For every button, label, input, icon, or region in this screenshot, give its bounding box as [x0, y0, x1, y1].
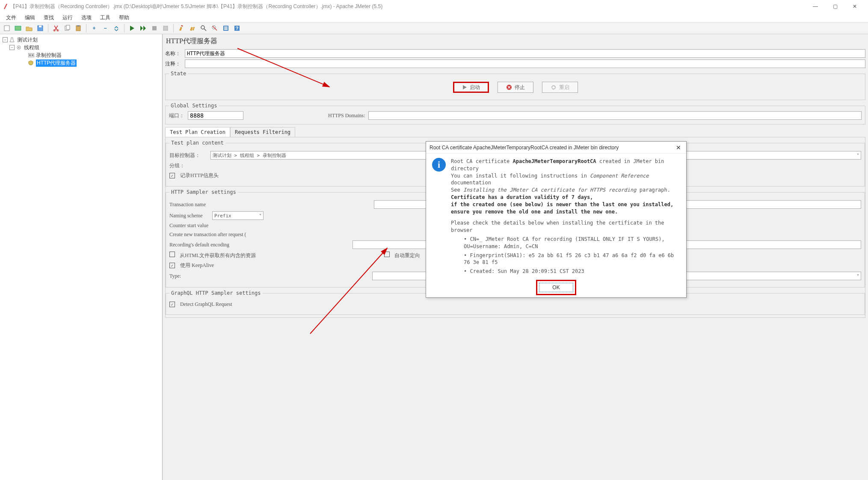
tree-node-http-proxy[interactable]: HTTP代理服务器	[1, 59, 161, 67]
name-input[interactable]	[185, 49, 865, 58]
clear-all-icon[interactable]	[187, 24, 198, 33]
help-icon[interactable]: ?	[232, 24, 242, 33]
transaction-name-label: Transaction name	[169, 201, 225, 208]
graphql-legend: GraphQL HTTP Sampler settings	[169, 290, 263, 296]
root-ca-dialog: Root CA certificate ApacheJMeterTemporar…	[426, 141, 687, 298]
stop-button[interactable]: 停止	[498, 82, 533, 93]
collapse-toggle-icon[interactable]: −	[3, 37, 8, 42]
info-icon: i	[432, 158, 446, 172]
counter-start-label: Counter start value	[169, 222, 208, 229]
svg-rect-10	[152, 26, 157, 30]
svg-rect-17	[224, 29, 228, 30]
chevron-down-icon: ˅	[259, 213, 261, 218]
app-feather-icon	[3, 3, 8, 10]
menu-edit[interactable]: 编辑	[21, 13, 39, 22]
toolbar: + − ?	[0, 22, 868, 34]
chevron-down-icon: ˅	[857, 274, 859, 279]
beaker-icon	[9, 37, 15, 42]
keepalive-label: 使用 KeepAlive	[180, 262, 214, 269]
restart-button[interactable]: 重启	[542, 82, 578, 93]
cut-icon[interactable]	[51, 24, 61, 33]
record-headers-label: 记录HTTP信息头	[180, 172, 219, 179]
menu-file[interactable]: 文件	[3, 13, 20, 22]
maximize-button[interactable]: ▢	[825, 0, 845, 13]
menu-tools[interactable]: 工具	[97, 13, 114, 22]
naming-scheme-combo[interactable]: Prefix ˅	[212, 211, 264, 220]
svg-rect-1	[15, 26, 21, 30]
detect-graphql-checkbox[interactable]: ✓	[169, 302, 175, 307]
clear-icon[interactable]	[176, 24, 187, 33]
target-controller-label: 目标控制器：	[169, 152, 207, 159]
name-label: 名称：	[165, 50, 185, 57]
stop-icon[interactable]	[149, 24, 160, 33]
search-tree-icon[interactable]	[198, 24, 209, 33]
retrieve-resources-checkbox[interactable]	[169, 252, 175, 257]
svg-rect-0	[4, 26, 9, 31]
keepalive-checkbox[interactable]: ✓	[169, 263, 175, 268]
new-icon[interactable]	[2, 24, 12, 33]
menu-options[interactable]: 选项	[78, 13, 95, 22]
minimize-button[interactable]: —	[806, 0, 825, 13]
svg-rect-16	[224, 28, 228, 29]
menu-help[interactable]: 帮助	[116, 13, 133, 22]
tabs: Test Plan Creation Requests Filtering	[165, 127, 865, 137]
tab-test-plan-creation[interactable]: Test Plan Creation	[165, 127, 230, 137]
collapse-toggle-icon[interactable]: −	[9, 45, 15, 50]
tree-node-recording-controller[interactable]: 录制控制器	[1, 51, 161, 59]
start-no-timers-icon[interactable]	[138, 24, 148, 33]
paste-icon[interactable]	[73, 24, 83, 33]
sampler-legend: HTTP Sampler settings	[169, 189, 238, 195]
detect-graphql-label: Detect GraphQL Request	[180, 301, 232, 308]
reset-search-icon[interactable]	[210, 24, 220, 33]
shutdown-icon[interactable]	[160, 24, 171, 33]
retrieve-resources-label: 从HTML文件获取所有内含的资源	[180, 252, 256, 258]
tab-requests-filtering[interactable]: Requests Filtering	[230, 127, 295, 137]
auto-redirect-checkbox[interactable]	[384, 252, 390, 257]
restart-icon	[551, 84, 557, 90]
shield-icon	[28, 60, 34, 65]
expand-icon[interactable]: +	[89, 24, 99, 33]
dialog-message: Root CA certificate ApacheJMeterTemporar…	[451, 158, 680, 275]
test-plan-tree[interactable]: − 测试计划 − 线程组 录制控制器 HTTP代理服务器	[0, 34, 163, 480]
toggle-icon[interactable]	[111, 24, 121, 33]
collapse-icon[interactable]: −	[100, 24, 110, 33]
tree-label: 录制控制器	[36, 52, 62, 59]
menubar: 文件 编辑 查找 运行 选项 工具 帮助	[0, 13, 868, 22]
copy-icon[interactable]	[62, 24, 72, 33]
svg-rect-11	[163, 26, 168, 30]
svg-rect-7	[66, 25, 70, 30]
menu-search[interactable]: 查找	[40, 13, 57, 22]
dialog-close-button[interactable]: ✕	[674, 144, 683, 151]
open-icon[interactable]	[24, 24, 34, 33]
naming-scheme-label: Naming scheme	[169, 213, 209, 219]
port-input[interactable]	[188, 111, 243, 120]
comment-input[interactable]	[185, 59, 865, 68]
svg-point-12	[201, 26, 204, 29]
menu-run[interactable]: 运行	[59, 13, 76, 22]
start-icon[interactable]	[127, 24, 137, 33]
stop-circle-icon	[506, 84, 512, 90]
tree-node-threadgroup[interactable]: − 线程组	[1, 44, 161, 51]
function-helper-icon[interactable]	[221, 24, 231, 33]
tree-node-testplan[interactable]: − 测试计划	[1, 36, 161, 44]
port-label: 端口：	[169, 112, 184, 119]
cassette-icon	[28, 53, 34, 58]
svg-point-21	[18, 47, 20, 48]
auto-redirect-label: 自动重定向	[394, 252, 420, 258]
svg-point-24	[32, 54, 33, 56]
dialog-ok-button[interactable]: OK	[539, 283, 573, 292]
save-icon[interactable]	[35, 24, 45, 33]
https-domains-label: HTTPS Domains:	[328, 113, 365, 119]
record-headers-checkbox[interactable]: ✓	[169, 173, 175, 178]
templates-icon[interactable]	[13, 24, 23, 33]
default-encoding-label: Recording's default encoding	[169, 242, 229, 248]
tree-label: 测试计划	[17, 36, 38, 44]
tree-label-selected: HTTP代理服务器	[36, 59, 77, 67]
global-legend: Global Settings	[169, 103, 219, 109]
start-button[interactable]: 启动	[453, 82, 489, 93]
https-domains-input[interactable]	[368, 111, 862, 120]
grouping-label: 分组：	[169, 162, 207, 169]
close-button[interactable]: ✕	[845, 0, 865, 13]
panel-heading: HTTP代理服务器	[165, 35, 865, 47]
play-icon	[462, 85, 467, 90]
